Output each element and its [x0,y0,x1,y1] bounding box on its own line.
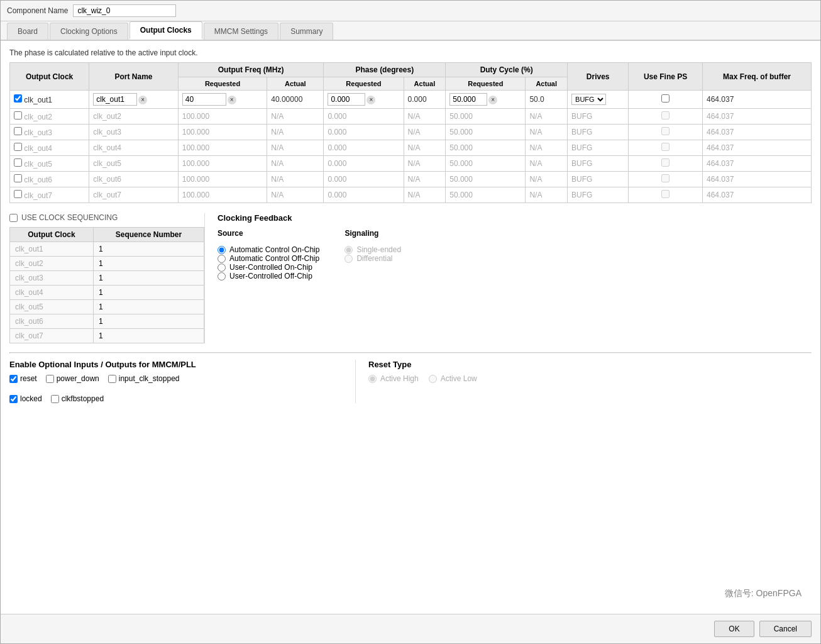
freq-requested-cell: 100.000 [178,187,267,203]
duty-requested-cell: 50.000 [446,187,526,203]
use-clock-sequencing-label: USE CLOCK SEQUENCING [21,213,118,222]
phase-requested-input[interactable] [328,93,365,106]
optional-io-checkbox-1[interactable] [46,375,54,383]
seq-clock-cell: clk_out7 [10,329,94,343]
use-fine-ps-checkbox [661,143,669,151]
col-duty-cycle: Duty Cycle (%) [446,63,568,77]
col-max-freq: Max Freq. of buffer [702,63,811,91]
component-name-input[interactable] [73,4,176,17]
col-phase-requested: Requested [324,77,404,91]
col-freq-actual: Actual [267,77,324,91]
max-freq-cell: 464.037 [702,187,811,203]
optional-io-label-2: input_clk_stopped [119,374,180,383]
tab-clocking-options[interactable]: Clocking Options [50,23,128,40]
tab-mmcm-settings[interactable]: MMCM Settings [204,23,278,40]
use-fine-ps-cell [629,172,703,187]
seq-number-cell: 1 [93,300,204,314]
watermark: 微信号: OpenFPGA [725,588,802,599]
use-fine-ps-checkbox [661,174,669,182]
duty-actual-cell: N/A [526,187,568,203]
source-radio-2[interactable] [218,264,226,272]
optional-io-label-1: power_down [57,374,99,383]
table-row: clk_out5clk_out5100.000N/A0.000N/A50.000… [10,156,812,172]
port-name-cell: clk_out5 [89,156,179,172]
max-freq-cell: 464.037 [702,91,811,109]
phase-actual-cell: N/A [404,140,446,156]
tab-summary[interactable]: Summary [280,23,333,40]
optional-io-checkbox-r2-1[interactable] [51,395,59,403]
optional-io-label-0: reset [20,374,37,383]
col-duty-requested: Requested [446,77,526,91]
output-clock-checkbox[interactable] [14,190,22,198]
optional-io-label-r2-1: clkfbstopped [62,394,104,403]
optional-io-checkbox-r2-0[interactable] [9,395,18,403]
component-name-label: Component Name [7,6,68,15]
port-name-clear-btn[interactable]: × [138,96,147,104]
output-clock-cell: clk_out4 [10,140,89,156]
optional-io-title: Enable Optional Inputs / Outputs for MMC… [9,360,355,369]
freq-requested-input[interactable] [182,93,226,106]
drives-cell: BUFG [568,156,629,172]
duty-requested-cell: 50.000 [446,109,526,125]
duty-requested-cell: × [446,91,526,109]
freq-requested-cell: 100.000 [178,172,267,187]
reset-type-label-1: Active Low [441,374,477,383]
drives-select[interactable]: BUFG [571,94,606,105]
duty-actual-cell: N/A [526,172,568,187]
phase-note: The phase is calculated relative to the … [9,48,812,57]
seq-clock-cell: clk_out4 [10,286,94,300]
table-row: clk_out1××40.00000×0.000×50.0BUFG464.037 [10,91,812,109]
seq-number-cell: 1 [93,257,204,271]
optional-io-checkbox-0[interactable] [9,375,18,383]
drives-cell: BUFG [568,140,629,156]
port-name-cell: clk_out7 [89,187,179,203]
use-fine-ps-checkbox [661,158,669,167]
use-fine-ps-checkbox [661,190,669,198]
reset-type-title: Reset Type [368,360,812,369]
signaling-label: Signaling [344,229,401,238]
use-fine-ps-cell [629,156,703,172]
output-clock-checkbox[interactable] [14,158,22,167]
col-output-freq: Output Freq (MHz) [178,63,324,77]
drives-cell: BUFG [568,109,629,125]
optional-io-row2: lockedclkfbstopped [9,394,355,403]
seq-table-row: clk_out71 [10,329,204,343]
duty-actual-cell: N/A [526,109,568,125]
phase-clear-btn[interactable]: × [366,96,375,104]
seq-table-row: clk_out11 [10,242,204,257]
reset-type-option-0: Active High [368,374,419,383]
seq-table-row: clk_out21 [10,257,204,271]
tab-board[interactable]: Board [7,23,48,40]
source-option-label-1: Automatic Control Off-Chip [229,254,319,263]
optional-io-checkbox-2[interactable] [108,375,116,383]
port-name-input[interactable] [93,93,137,106]
output-clock-cell: clk_out6 [10,172,89,187]
drives-cell: BUFG [568,187,629,203]
output-clock-checkbox[interactable] [14,111,22,119]
output-clock-checkbox[interactable] [14,94,22,103]
source-radio-1[interactable] [218,255,226,263]
optional-io-label-r2-0: locked [20,394,42,403]
output-clock-checkbox[interactable] [14,143,22,151]
ok-button[interactable]: OK [714,621,754,637]
source-option-label-2: User-Controlled On-Chip [229,263,312,272]
optional-io-option-0: reset [9,374,37,383]
port-name-cell: clk_out6 [89,172,179,187]
freq-clear-btn[interactable]: × [228,96,236,104]
source-option-label-3: User-Controlled Off-Chip [229,272,312,280]
cancel-button[interactable]: Cancel [759,621,812,637]
use-fine-ps-checkbox[interactable] [661,94,669,103]
output-clock-checkbox[interactable] [14,127,22,135]
footer-buttons: OK Cancel [1,614,820,643]
source-radio-3[interactable] [218,272,226,280]
tab-output-clocks[interactable]: Output Clocks [129,21,202,40]
source-radio-0[interactable] [218,246,226,254]
col-use-fine-ps: Use Fine PS [629,63,703,91]
duty-clear-btn[interactable]: × [488,96,497,104]
output-clock-checkbox[interactable] [14,174,22,182]
use-clock-sequencing-checkbox[interactable] [9,214,18,222]
seq-number-cell: 1 [93,314,204,329]
duty-requested-input[interactable] [449,93,487,106]
port-name-cell: clk_out2 [89,109,179,125]
signaling-option-1: Differential [344,254,401,263]
